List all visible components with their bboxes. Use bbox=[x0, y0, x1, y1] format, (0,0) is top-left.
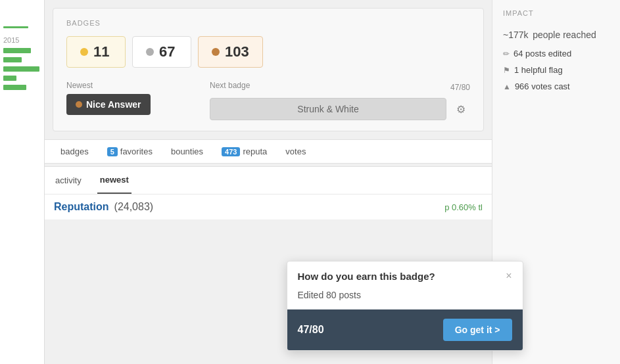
nav-activity-label: activity bbox=[55, 175, 82, 185]
silver-dot-icon bbox=[146, 48, 154, 56]
favorites-count-badge: 5 bbox=[107, 147, 118, 156]
chart-bar-3 bbox=[3, 66, 39, 72]
impact-helpful-flag: 1 helpful flag bbox=[514, 65, 563, 75]
next-badge-header: Next badge 47/80 bbox=[210, 81, 470, 94]
tab-bounties[interactable]: bounties bbox=[163, 140, 211, 163]
impact-reach-suffix: people reached bbox=[533, 30, 596, 40]
pencil-icon: ✏ bbox=[503, 49, 510, 58]
popup-body: Edited 80 posts bbox=[287, 288, 523, 309]
bottom-navigation: activity newest bbox=[45, 166, 492, 194]
reputation-count-badge: 473 bbox=[222, 147, 240, 156]
newest-label: Newest bbox=[66, 81, 197, 90]
impact-stat-posts: ✏ 64 posts edited bbox=[503, 49, 609, 58]
badges-info: Newest Nice Answer Next badge 47/80 Stru… bbox=[66, 81, 470, 120]
impact-reach-value: ~177k bbox=[503, 30, 529, 40]
badges-section: BADGES 11 67 103 Newest bbox=[53, 8, 484, 131]
bronze-badge-box: 103 bbox=[198, 36, 263, 68]
next-badge-bar-container: Strunk & White ⚙ bbox=[210, 98, 470, 120]
gold-count: 11 bbox=[93, 43, 109, 60]
next-badge-input[interactable]: Strunk & White bbox=[210, 98, 446, 120]
flag-icon: ⚑ bbox=[503, 66, 510, 75]
newest-badge-dot-icon bbox=[76, 101, 82, 108]
tab-reputation[interactable]: 473 reputa bbox=[214, 140, 275, 163]
earn-badge-popup: How do you earn this badge? × Edited 80 … bbox=[287, 261, 523, 351]
impact-reach-container: ~177k people reached bbox=[503, 24, 609, 42]
popup-close-button[interactable]: × bbox=[506, 271, 512, 281]
nav-activity[interactable]: activity bbox=[53, 168, 84, 193]
bronze-dot-icon bbox=[212, 48, 220, 56]
bronze-count: 103 bbox=[225, 43, 249, 60]
tab-badges[interactable]: badges bbox=[53, 140, 97, 163]
impact-votes-cast: 966 votes cast bbox=[515, 81, 570, 91]
triangle-icon: ▲ bbox=[503, 82, 511, 91]
tab-navigation: badges 5 favorites bounties 473 reputa v… bbox=[45, 139, 492, 164]
tab-reputation-label: reputa bbox=[243, 147, 267, 156]
silver-badge-box: 67 bbox=[132, 36, 191, 68]
popup-footer: 47/80 Go get it > bbox=[287, 309, 523, 350]
silver-count: 67 bbox=[159, 43, 175, 60]
tab-badges-label: badges bbox=[60, 147, 89, 156]
impact-stat-votes: ▲ 966 votes cast bbox=[503, 81, 609, 91]
popup-header: How do you earn this badge? × bbox=[287, 262, 523, 288]
next-badge-progress-text: 47/80 bbox=[450, 83, 470, 92]
gear-icon[interactable]: ⚙ bbox=[452, 100, 470, 118]
nav-newest[interactable]: newest bbox=[97, 167, 131, 194]
impact-label: IMPACT bbox=[503, 9, 609, 17]
reputation-value: (24,083) bbox=[114, 201, 154, 213]
chart-bar-4 bbox=[3, 76, 16, 81]
popup-progress: 47/80 bbox=[298, 324, 324, 336]
reputation-bar: Reputation (24,083) p 0.60% tl bbox=[45, 194, 492, 219]
popup-title: How do you earn this badge? bbox=[298, 271, 500, 282]
badges-label: BADGES bbox=[66, 19, 470, 27]
newest-badge-section: Newest Nice Answer bbox=[66, 81, 197, 115]
tab-favorites[interactable]: 5 favorites bbox=[99, 140, 160, 163]
tab-votes-label: votes bbox=[285, 147, 306, 156]
impact-reach: ~177k people reached bbox=[503, 24, 596, 41]
sidebar-chart: 2015 bbox=[0, 0, 45, 364]
year-label: 2015 bbox=[3, 36, 41, 44]
next-badge-section: Next badge 47/80 Strunk & White ⚙ bbox=[210, 81, 470, 120]
go-get-it-button[interactable]: Go get it > bbox=[443, 319, 512, 341]
impact-stat-flag: ⚑ 1 helpful flag bbox=[503, 65, 609, 75]
next-badge-name: Strunk & White bbox=[297, 104, 358, 114]
chart-bars bbox=[3, 48, 41, 90]
next-badge-label: Next badge bbox=[210, 81, 250, 90]
gold-dot-icon bbox=[80, 48, 88, 56]
chart-bar-2 bbox=[3, 57, 22, 62]
reputation-title: Reputation bbox=[54, 201, 109, 213]
newest-badge-pill[interactable]: Nice Answer bbox=[66, 94, 151, 115]
tab-favorites-label: favorites bbox=[120, 147, 153, 156]
badges-counts: 11 67 103 bbox=[66, 36, 470, 68]
nav-newest-label: newest bbox=[100, 175, 129, 185]
tab-votes[interactable]: votes bbox=[277, 140, 314, 163]
chart-bar-1 bbox=[3, 48, 31, 53]
gold-badge-box: 11 bbox=[66, 36, 126, 68]
reputation-extra: p 0.60% tl bbox=[444, 202, 483, 212]
newest-badge-name: Nice Answer bbox=[86, 99, 141, 110]
impact-posts-edited: 64 posts edited bbox=[513, 49, 571, 58]
chart-bar-5 bbox=[3, 85, 26, 90]
tab-bounties-label: bounties bbox=[171, 147, 203, 156]
chart-line-1 bbox=[3, 26, 28, 28]
